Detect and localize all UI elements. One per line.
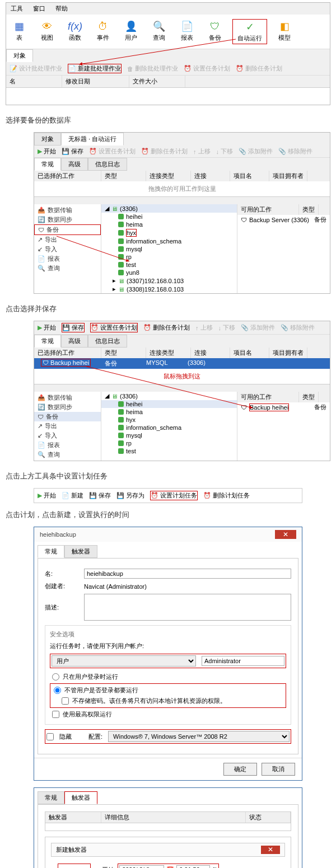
dialog-close[interactable]: ✕ (275, 530, 296, 539)
ribbon-view[interactable]: 👁视图 (36, 19, 58, 44)
opt3-label: 使用最高权限运行 (63, 710, 112, 719)
db-rp2[interactable]: rp (101, 439, 237, 447)
backup-heihei-avail[interactable]: 🛡 Backup heihei 备份 (237, 402, 330, 412)
db-3308[interactable]: ▸ 🖥(3308)192.168.0.103 (101, 285, 237, 293)
ribbon-table[interactable]: ▦表 (8, 19, 30, 44)
col-at2: 类型 (299, 392, 319, 402)
cancel-button[interactable]: 取消 (262, 763, 295, 776)
auto-deltask2[interactable]: ⏰ 删除任务计划 (143, 323, 190, 332)
db-3307[interactable]: ▸ 🖥(3307)192.168.0.103 (101, 276, 237, 285)
ribbon-model[interactable]: ◧模型 (274, 19, 295, 44)
auto-start[interactable]: ▶ 开始 (38, 147, 56, 156)
batch-new[interactable]: 📄 新建批处理作业 (68, 64, 122, 73)
action-query[interactable]: 🔍 查询 (34, 264, 101, 273)
action-report2[interactable]: 📄 报表 (34, 440, 101, 450)
db-test2[interactable]: test (101, 447, 237, 455)
opt3-check[interactable] (52, 711, 59, 718)
ribbon-report[interactable]: 📄报表 (176, 19, 198, 44)
action-transfer2[interactable]: 📤 数据传输 (34, 393, 101, 402)
db-info2[interactable]: information_schema (101, 424, 237, 431)
date-input[interactable] (119, 865, 164, 868)
dtab-trigger[interactable]: 触发器 (64, 545, 97, 558)
hidden-check[interactable] (46, 733, 54, 740)
mini-saveas[interactable]: 💾 另存为 (116, 491, 144, 500)
menu-window[interactable]: 窗口 (33, 4, 45, 13)
auto-save2[interactable]: 💾 保存 (62, 323, 85, 332)
calendar-icon[interactable]: 📅 (166, 866, 174, 869)
col-conntype: 连接类型 (146, 171, 191, 181)
menu-help[interactable]: 帮助 (55, 4, 68, 13)
mini-save[interactable]: 💾 保存 (89, 491, 111, 500)
selected-backup-row[interactable]: 🛡 Backup heihei 备份 MYSQL (3306) (34, 358, 330, 369)
db-info[interactable]: information_schema (101, 237, 237, 245)
ribbon-event[interactable]: ⏱事件 (92, 19, 114, 44)
ttab-general[interactable]: 常规 (38, 791, 64, 804)
action-backup[interactable]: 🛡 备份 (34, 224, 101, 235)
tab-object[interactable]: 对象 (6, 49, 33, 62)
db-heima2[interactable]: heima (101, 408, 237, 416)
db-test[interactable]: test (101, 261, 237, 269)
trigger-close[interactable]: ✕ (261, 846, 280, 854)
opt2-radio[interactable] (54, 687, 61, 694)
tab-untitled[interactable]: 无标题 · 自动运行 (61, 133, 124, 146)
col-ow2: 项目拥有者 (269, 348, 307, 358)
desc-input[interactable] (84, 594, 291, 621)
opt1-radio[interactable] (52, 673, 59, 681)
ribbon-query[interactable]: 🔍查询 (148, 19, 170, 44)
col-sel2: 已选择的工作 (34, 348, 101, 358)
action-export2[interactable]: ↗ 导出 (34, 421, 101, 431)
action-report[interactable]: 📄 报表 (34, 254, 101, 264)
db-mysql2[interactable]: mysql (101, 431, 237, 439)
auto-save[interactable]: 💾 保存 (62, 147, 83, 156)
db-root2[interactable]: ◢ 🖥 (3306) (101, 392, 237, 400)
mini-delplan[interactable]: ⏰ 删除计划任务 (203, 491, 250, 500)
dtab-general[interactable]: 常规 (38, 545, 64, 558)
subtab-log[interactable]: 信息日志 (88, 158, 127, 171)
ribbon-backup[interactable]: 🛡备份 (204, 19, 226, 44)
menu-tools[interactable]: 工具 (11, 4, 23, 13)
mini-new[interactable]: 📄 新建 (62, 491, 83, 500)
db-mysql[interactable]: mysql (101, 245, 237, 253)
user-select[interactable]: 用户 (52, 655, 196, 667)
auto-settask2[interactable]: ⏰ 设置任务计划 (90, 323, 138, 332)
db-heima[interactable]: heima (101, 220, 237, 228)
subtab-general2[interactable]: 常规 (34, 335, 61, 348)
time-input[interactable] (176, 865, 210, 868)
db-hyx[interactable]: hyx (101, 228, 237, 237)
action-import2[interactable]: ↙ 导入 (34, 431, 101, 440)
subtab-log2[interactable]: 信息日志 (88, 335, 127, 348)
action-sync2[interactable]: 🔄 数据同步 (34, 402, 101, 412)
name-input[interactable] (84, 569, 291, 579)
db-hyx2[interactable]: hyx (101, 416, 237, 424)
action-backup2[interactable]: 🛡 备份 (34, 412, 101, 421)
ribbon-fx[interactable]: f(x)函数 (64, 19, 86, 44)
auto-start2[interactable]: ▶ 开始 (38, 323, 56, 332)
db-heihei2[interactable]: heihei (101, 400, 237, 408)
tab-object2[interactable]: 对象 (34, 133, 61, 146)
subtab-advanced[interactable]: 高级 (61, 158, 88, 171)
action-export[interactable]: ↗ 导出 (34, 235, 101, 245)
opt2sub-check[interactable] (62, 697, 69, 705)
config-select[interactable]: Windows® 7, Windows Server™ 2008 R2 (108, 731, 290, 742)
opt2sub-label: 不存储密码。该任务将只有访问本地计算机资源的权限。 (72, 697, 226, 705)
col-selected: 已选择的工作 (34, 171, 101, 181)
ttab-trigger[interactable]: 触发器 (64, 791, 97, 804)
ribbon-user[interactable]: 👤用户 (120, 19, 142, 44)
mini-start[interactable]: ▶ 开始 (38, 491, 56, 500)
action-sync[interactable]: 🔄 数据同步 (34, 215, 101, 224)
db-rp[interactable]: rp (101, 253, 237, 261)
db-yun8[interactable]: yun8 (101, 269, 237, 276)
db-root[interactable]: ◢ 🖥 (3306) (101, 204, 237, 213)
user-input[interactable] (202, 656, 284, 666)
db-heihei[interactable]: heihei (101, 213, 237, 220)
backup-server[interactable]: 🛡 Backup Server (3306) 备份 (237, 215, 330, 224)
spinner-icon[interactable]: ⇅ (212, 866, 217, 869)
mini-setplan[interactable]: ⏰ 设置计划任务 (150, 491, 198, 500)
action-query2[interactable]: 🔍 查询 (34, 450, 101, 459)
action-transfer[interactable]: 📤 数据传输 (34, 205, 101, 215)
subtab-general[interactable]: 常规 (34, 158, 61, 171)
action-import[interactable]: ↙ 导入 (34, 245, 101, 254)
ok-button[interactable]: 确定 (223, 763, 257, 776)
ribbon-auto[interactable]: ✓自动运行 (232, 19, 267, 44)
subtab-advanced2[interactable]: 高级 (61, 335, 88, 348)
